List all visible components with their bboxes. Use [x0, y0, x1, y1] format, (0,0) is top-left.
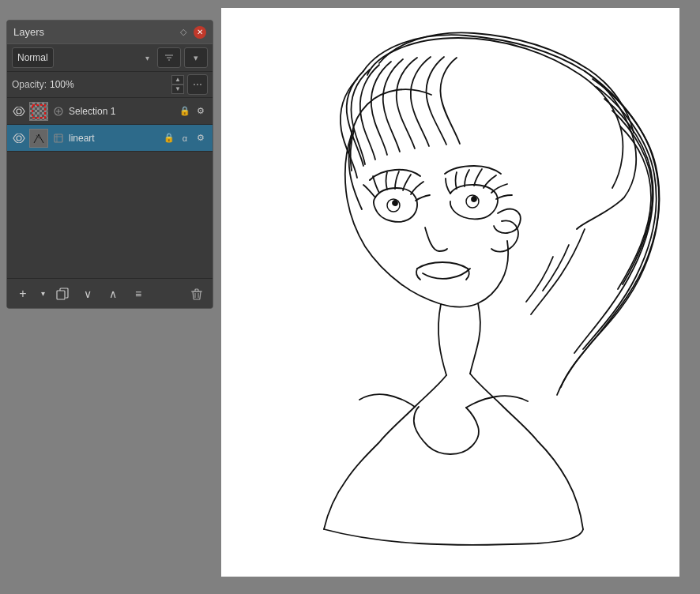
layer-name-lineart: lineart	[69, 133, 159, 144]
move-up-icon: ∧	[109, 288, 117, 300]
layer-eye-selection1[interactable]	[12, 104, 26, 118]
svg-point-3	[472, 197, 476, 201]
svg-rect-16	[57, 291, 65, 299]
layer-thumb-selection1	[29, 102, 48, 121]
layer-name-selection1: Selection 1	[69, 106, 175, 117]
layer-extra-icon-lineart	[51, 131, 66, 145]
panel-titlebar: Layers ◇ ✕	[7, 21, 213, 44]
move-down-button[interactable]: ∨	[77, 283, 99, 305]
blend-mode-select[interactable]: Normal	[12, 47, 54, 68]
layer-lock-lineart[interactable]: 🔒	[162, 131, 176, 145]
panel-close-button[interactable]: ✕	[194, 26, 206, 39]
layer-item-lineart[interactable]: lineart 🔒 α ⚙	[7, 125, 213, 152]
canvas-area	[213, 0, 700, 594]
layer-settings-lineart[interactable]: ⚙	[194, 131, 208, 145]
layer-extra-icon-selection1	[51, 104, 66, 118]
delete-layer-button[interactable]	[186, 283, 208, 305]
titlebar-icons: ◇ ✕	[178, 26, 206, 39]
layer-empty-area	[7, 152, 213, 278]
add-icon: +	[19, 287, 26, 301]
layer-eye-lineart[interactable]	[12, 131, 26, 145]
duplicate-icon	[56, 288, 69, 300]
layer-lock-selection1[interactable]: 🔒	[178, 104, 192, 118]
properties-icon: ≡	[135, 288, 141, 300]
layer-settings-selection1[interactable]: ⚙	[194, 104, 208, 118]
blend-mode-row: Normal ▾	[7, 44, 213, 72]
duplicate-layer-button[interactable]	[51, 283, 73, 305]
layer-thumb-lineart	[29, 129, 48, 148]
add-layer-dropdown[interactable]: ▾	[37, 283, 48, 305]
layer-alpha-lineart[interactable]: α	[178, 131, 192, 145]
blend-mode-wrapper: Normal	[12, 47, 154, 68]
opacity-label: Opacity:	[12, 79, 47, 90]
add-layer-button[interactable]: +	[12, 283, 34, 305]
panel-toolbar: + ▾ ∨ ∧ ≡	[7, 278, 213, 308]
opacity-spinbox[interactable]: ▲ ▼	[171, 75, 184, 94]
layers-panel: Layers ◇ ✕ Normal ▾ Opacity: 100% ▲ ▼	[6, 20, 213, 309]
svg-point-7	[17, 109, 21, 114]
layer-actions-selection1: 🔒 ⚙	[178, 104, 208, 118]
panel-menu-icon[interactable]: ◇	[178, 27, 189, 38]
opacity-row: Opacity: 100% ▲ ▼ ⋯	[7, 72, 213, 98]
filter-button[interactable]	[157, 47, 181, 68]
layer-actions-lineart: 🔒 α ⚙	[162, 131, 208, 145]
svg-point-12	[17, 136, 21, 141]
filter-extra-button[interactable]: ▾	[184, 47, 208, 68]
opacity-spin-down[interactable]: ▼	[171, 85, 184, 94]
canvas-white[interactable]	[221, 8, 679, 577]
svg-rect-8	[32, 105, 45, 118]
layer-item-selection1[interactable]: Selection 1 🔒 ⚙	[7, 98, 213, 125]
drawing-svg	[221, 8, 679, 577]
svg-point-1	[393, 201, 397, 205]
layer-properties-button[interactable]: ≡	[127, 283, 149, 305]
opacity-options-button[interactable]: ⋯	[187, 74, 208, 95]
svg-rect-13	[55, 134, 62, 142]
delete-icon	[190, 288, 203, 300]
panel-title: Layers	[13, 26, 44, 38]
move-up-button[interactable]: ∧	[102, 283, 124, 305]
opacity-value: 100%	[50, 79, 74, 90]
layer-list: Selection 1 🔒 ⚙	[7, 98, 213, 278]
opacity-spin-up[interactable]: ▲	[171, 75, 184, 85]
move-down-icon: ∨	[84, 288, 92, 300]
